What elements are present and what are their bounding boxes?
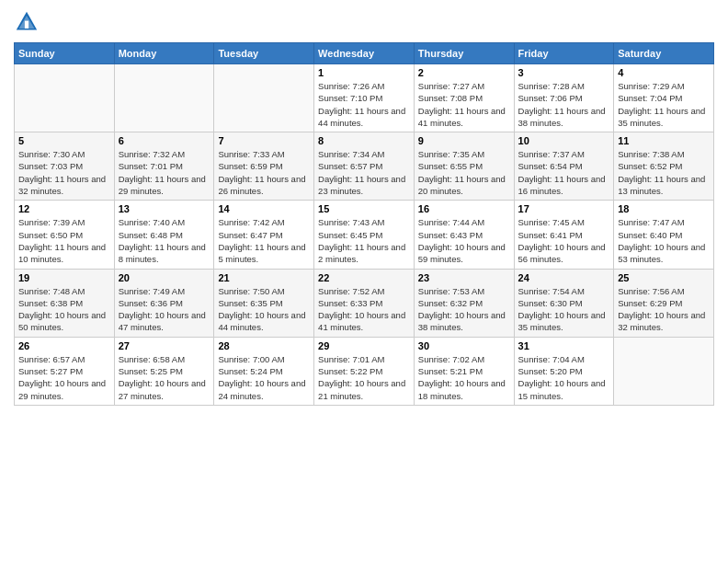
day-number: 11: [618, 135, 710, 146]
day-number: 31: [518, 340, 610, 351]
day-info: Sunrise: 7:42 AM Sunset: 6:47 PM Dayligh…: [218, 216, 310, 265]
day-info: Sunrise: 7:00 AM Sunset: 5:24 PM Dayligh…: [218, 353, 310, 402]
day-info: Sunrise: 7:52 AM Sunset: 6:33 PM Dayligh…: [318, 285, 410, 334]
logo: [14, 9, 43, 35]
day-info: Sunrise: 7:33 AM Sunset: 6:59 PM Dayligh…: [218, 148, 310, 197]
day-info: Sunrise: 7:30 AM Sunset: 7:03 PM Dayligh…: [18, 148, 110, 197]
day-info: Sunrise: 7:40 AM Sunset: 6:48 PM Dayligh…: [119, 216, 210, 265]
calendar-cell: 28Sunrise: 7:00 AM Sunset: 5:24 PM Dayli…: [214, 337, 314, 405]
day-info: Sunrise: 7:53 AM Sunset: 6:32 PM Dayligh…: [418, 285, 510, 334]
page-container: SundayMondayTuesdayWednesdayThursdayFrid…: [0, 0, 728, 415]
day-number: 6: [119, 135, 210, 146]
calendar-cell: 27Sunrise: 6:58 AM Sunset: 5:25 PM Dayli…: [114, 337, 214, 405]
day-number: 15: [318, 203, 410, 214]
calendar-cell: 8Sunrise: 7:34 AM Sunset: 6:57 PM Daylig…: [314, 132, 415, 201]
day-info: Sunrise: 7:50 AM Sunset: 6:35 PM Dayligh…: [218, 285, 310, 334]
calendar-cell: 6Sunrise: 7:32 AM Sunset: 7:01 PM Daylig…: [114, 132, 214, 201]
calendar-week-row: 12Sunrise: 7:39 AM Sunset: 6:50 PM Dayli…: [15, 201, 714, 269]
day-number: 8: [318, 135, 410, 146]
calendar-cell: 25Sunrise: 7:56 AM Sunset: 6:29 PM Dayli…: [614, 269, 714, 337]
day-number: 24: [518, 272, 610, 283]
calendar-header-tuesday: Tuesday: [214, 43, 314, 64]
calendar-cell: 19Sunrise: 7:48 AM Sunset: 6:38 PM Dayli…: [15, 269, 115, 337]
day-info: Sunrise: 7:56 AM Sunset: 6:29 PM Dayligh…: [618, 285, 710, 334]
day-number: 25: [618, 272, 710, 283]
day-number: 5: [18, 135, 110, 146]
day-info: Sunrise: 6:57 AM Sunset: 5:27 PM Dayligh…: [18, 353, 110, 402]
calendar-cell: 1Sunrise: 7:26 AM Sunset: 7:10 PM Daylig…: [314, 64, 415, 132]
calendar-cell: 14Sunrise: 7:42 AM Sunset: 6:47 PM Dayli…: [214, 201, 314, 269]
calendar-cell: 21Sunrise: 7:50 AM Sunset: 6:35 PM Dayli…: [214, 269, 314, 337]
calendar-cell: 31Sunrise: 7:04 AM Sunset: 5:20 PM Dayli…: [514, 337, 614, 405]
calendar-week-row: 26Sunrise: 6:57 AM Sunset: 5:27 PM Dayli…: [15, 337, 714, 405]
day-number: 19: [18, 272, 110, 283]
day-number: 23: [418, 272, 510, 283]
calendar-cell: 7Sunrise: 7:33 AM Sunset: 6:59 PM Daylig…: [214, 132, 314, 201]
day-info: Sunrise: 7:29 AM Sunset: 7:04 PM Dayligh…: [618, 80, 710, 129]
calendar-cell: 12Sunrise: 7:39 AM Sunset: 6:50 PM Dayli…: [15, 201, 115, 269]
day-number: 30: [418, 340, 510, 351]
calendar-week-row: 1Sunrise: 7:26 AM Sunset: 7:10 PM Daylig…: [15, 64, 714, 132]
day-info: Sunrise: 7:47 AM Sunset: 6:40 PM Dayligh…: [618, 216, 710, 265]
day-number: 16: [418, 203, 510, 214]
calendar-header-monday: Monday: [114, 43, 214, 64]
day-number: 26: [18, 340, 110, 351]
day-number: 22: [318, 272, 410, 283]
calendar-week-row: 5Sunrise: 7:30 AM Sunset: 7:03 PM Daylig…: [15, 132, 714, 201]
day-number: 20: [119, 272, 210, 283]
day-number: 9: [418, 135, 510, 146]
day-number: 1: [318, 67, 410, 78]
day-info: Sunrise: 7:34 AM Sunset: 6:57 PM Dayligh…: [318, 148, 410, 197]
day-info: Sunrise: 7:49 AM Sunset: 6:36 PM Dayligh…: [119, 285, 210, 334]
day-number: 14: [218, 203, 310, 214]
calendar-header-friday: Friday: [514, 43, 614, 64]
day-info: Sunrise: 7:04 AM Sunset: 5:20 PM Dayligh…: [518, 353, 610, 402]
day-info: Sunrise: 7:27 AM Sunset: 7:08 PM Dayligh…: [418, 80, 510, 129]
day-number: 12: [18, 203, 110, 214]
day-info: Sunrise: 6:58 AM Sunset: 5:25 PM Dayligh…: [119, 353, 210, 402]
day-number: 13: [119, 203, 210, 214]
day-info: Sunrise: 7:37 AM Sunset: 6:54 PM Dayligh…: [518, 148, 610, 197]
calendar-cell: 5Sunrise: 7:30 AM Sunset: 7:03 PM Daylig…: [15, 132, 115, 201]
calendar-cell: 18Sunrise: 7:47 AM Sunset: 6:40 PM Dayli…: [614, 201, 714, 269]
calendar-cell: 15Sunrise: 7:43 AM Sunset: 6:45 PM Dayli…: [314, 201, 415, 269]
day-info: Sunrise: 7:35 AM Sunset: 6:55 PM Dayligh…: [418, 148, 510, 197]
calendar-cell: 11Sunrise: 7:38 AM Sunset: 6:52 PM Dayli…: [614, 132, 714, 201]
calendar-cell: 20Sunrise: 7:49 AM Sunset: 6:36 PM Dayli…: [114, 269, 214, 337]
calendar-cell: 13Sunrise: 7:40 AM Sunset: 6:48 PM Dayli…: [114, 201, 214, 269]
calendar-cell: 10Sunrise: 7:37 AM Sunset: 6:54 PM Dayli…: [514, 132, 614, 201]
day-number: 21: [218, 272, 310, 283]
calendar-cell: 3Sunrise: 7:28 AM Sunset: 7:06 PM Daylig…: [514, 64, 614, 132]
day-info: Sunrise: 7:43 AM Sunset: 6:45 PM Dayligh…: [318, 216, 410, 265]
calendar-week-row: 19Sunrise: 7:48 AM Sunset: 6:38 PM Dayli…: [15, 269, 714, 337]
calendar-cell: [614, 337, 714, 405]
day-number: 27: [119, 340, 210, 351]
header: [14, 9, 714, 35]
day-info: Sunrise: 7:54 AM Sunset: 6:30 PM Dayligh…: [518, 285, 610, 334]
day-info: Sunrise: 7:39 AM Sunset: 6:50 PM Dayligh…: [18, 216, 110, 265]
day-number: 17: [518, 203, 610, 214]
day-info: Sunrise: 7:32 AM Sunset: 7:01 PM Dayligh…: [119, 148, 210, 197]
calendar-cell: 29Sunrise: 7:01 AM Sunset: 5:22 PM Dayli…: [314, 337, 415, 405]
day-number: 2: [418, 67, 510, 78]
day-number: 28: [218, 340, 310, 351]
day-info: Sunrise: 7:02 AM Sunset: 5:21 PM Dayligh…: [418, 353, 510, 402]
calendar-cell: 22Sunrise: 7:52 AM Sunset: 6:33 PM Dayli…: [314, 269, 415, 337]
day-info: Sunrise: 7:38 AM Sunset: 6:52 PM Dayligh…: [618, 148, 710, 197]
day-info: Sunrise: 7:26 AM Sunset: 7:10 PM Dayligh…: [318, 80, 410, 129]
calendar-table: SundayMondayTuesdayWednesdayThursdayFrid…: [14, 42, 714, 406]
calendar-cell: [15, 64, 115, 132]
day-number: 3: [518, 67, 610, 78]
day-number: 10: [518, 135, 610, 146]
calendar-header-sunday: Sunday: [15, 43, 115, 64]
calendar-header-thursday: Thursday: [414, 43, 514, 64]
svg-rect-2: [25, 21, 28, 29]
calendar-cell: 26Sunrise: 6:57 AM Sunset: 5:27 PM Dayli…: [15, 337, 115, 405]
calendar-cell: 30Sunrise: 7:02 AM Sunset: 5:21 PM Dayli…: [414, 337, 514, 405]
calendar-cell: 9Sunrise: 7:35 AM Sunset: 6:55 PM Daylig…: [414, 132, 514, 201]
calendar-cell: 2Sunrise: 7:27 AM Sunset: 7:08 PM Daylig…: [414, 64, 514, 132]
logo-icon: [14, 9, 40, 35]
calendar-cell: 24Sunrise: 7:54 AM Sunset: 6:30 PM Dayli…: [514, 269, 614, 337]
day-info: Sunrise: 7:48 AM Sunset: 6:38 PM Dayligh…: [18, 285, 110, 334]
day-info: Sunrise: 7:28 AM Sunset: 7:06 PM Dayligh…: [518, 80, 610, 129]
